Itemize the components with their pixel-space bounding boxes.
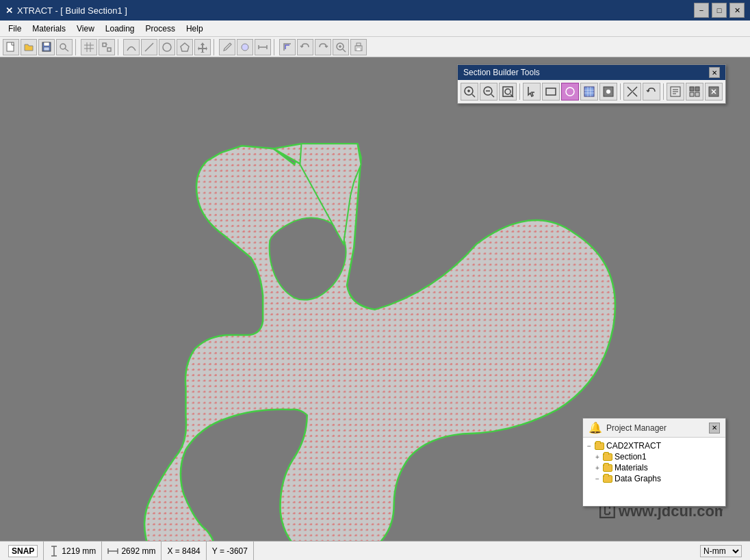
svg-point-40 — [505, 89, 510, 94]
svg-line-53 — [633, 92, 637, 96]
svg-rect-27 — [357, 48, 361, 51]
minimize-button[interactable]: − — [694, 3, 709, 18]
svg-line-13 — [145, 43, 153, 51]
svg-point-50 — [606, 90, 610, 94]
sbp-zoom-fit[interactable] — [499, 83, 517, 101]
sbp-close-button[interactable]: ✕ — [709, 67, 720, 78]
pm-label-data-graphs: Data Graphs — [615, 474, 661, 483]
folder-icon-materials — [603, 464, 612, 472]
tb-print[interactable] — [350, 39, 367, 55]
menu-loading[interactable]: Loading — [100, 23, 140, 35]
sbp-grid-pattern[interactable] — [580, 83, 598, 101]
tb-circle2[interactable] — [237, 39, 253, 55]
menu-file[interactable]: File — [3, 23, 27, 35]
width-segment: 2692 mm — [102, 542, 161, 560]
sbp-title: Section Builder Tools — [463, 68, 540, 77]
expand-materials[interactable]: + — [594, 464, 601, 472]
tb-open[interactable] — [21, 39, 37, 55]
svg-rect-10 — [103, 43, 106, 46]
svg-rect-59 — [695, 87, 699, 91]
title-bar-controls: − □ ✕ — [694, 3, 745, 18]
svg-point-17 — [242, 44, 248, 51]
tb-grid[interactable] — [81, 39, 97, 55]
menu-process[interactable]: Process — [140, 23, 181, 35]
workspace[interactable]: × Section Builder Tools ✕ — [0, 57, 750, 541]
svg-marker-15 — [181, 43, 189, 51]
title-bar: ✕ XTRACT - [ Build Section1 ] − □ ✕ — [0, 0, 750, 21]
tb-circle[interactable] — [159, 39, 175, 55]
pm-title: Project Manager — [606, 423, 667, 433]
svg-marker-16 — [198, 42, 207, 53]
sbp-draw-circle[interactable] — [561, 83, 579, 101]
sbp-settings[interactable] — [686, 83, 703, 101]
status-bar: SNAP 1219 mm 2692 mm X = 8484 Y = -3607 … — [0, 541, 750, 560]
sbp-undo[interactable] — [643, 83, 660, 101]
sbp-export[interactable] — [705, 83, 723, 101]
height-icon — [49, 546, 59, 557]
svg-point-14 — [163, 43, 171, 51]
snap-segment: SNAP — [3, 542, 44, 560]
y-coord: Y = -3607 — [212, 546, 248, 556]
svg-rect-0 — [7, 42, 14, 51]
svg-line-52 — [628, 87, 632, 91]
units-dropdown[interactable]: N-mm N-m kN-mm kip-in — [700, 545, 742, 557]
sbp-trim[interactable] — [623, 83, 641, 101]
folder-icon-data-graphs — [603, 475, 612, 483]
section-builder-panel: Section Builder Tools ✕ — [457, 64, 726, 104]
menu-view[interactable]: View — [71, 23, 100, 35]
pm-item-cad2xtract[interactable]: − CAD2XTRACT — [586, 440, 723, 451]
sbp-select[interactable] — [523, 83, 541, 101]
tb-polygon[interactable] — [177, 39, 193, 55]
units-segment: N-mm N-m kN-mm kip-in — [695, 542, 747, 560]
menu-materials[interactable]: Materials — [27, 23, 71, 35]
svg-point-43 — [566, 88, 574, 96]
sbp-draw-rect[interactable] — [542, 83, 560, 101]
pm-item-data-graphs[interactable]: − Data Graphs — [594, 473, 723, 484]
tb-offset[interactable] — [279, 39, 296, 55]
app-title: XTRACT - [ Build Section1 ] — [17, 5, 127, 16]
x-coord: X = 8484 — [167, 546, 200, 556]
folder-icon-section1 — [603, 453, 612, 461]
tb-snap[interactable] — [99, 39, 115, 55]
tb-move[interactable] — [194, 39, 211, 55]
tb-arc[interactable] — [123, 39, 140, 55]
pm-body: − CAD2XTRACT + Section1 + Materials − Da… — [583, 438, 725, 506]
app-logo: ✕ — [5, 5, 13, 16]
svg-rect-3 — [44, 47, 49, 51]
folder-icon-cad2xtract — [595, 442, 604, 450]
tb-pencil[interactable] — [219, 39, 235, 55]
main-toolbar — [0, 37, 750, 57]
x-coord-segment: X = 8484 — [161, 542, 206, 560]
tb-measure[interactable] — [255, 39, 271, 55]
menu-bar: File Materials View Loading Process Help — [0, 21, 750, 37]
tb-key[interactable] — [56, 39, 73, 55]
sbp-properties[interactable] — [667, 83, 684, 101]
pm-item-section1[interactable]: + Section1 — [594, 451, 723, 462]
close-button[interactable]: ✕ — [729, 3, 745, 18]
tb-new[interactable] — [3, 39, 19, 55]
expand-section1[interactable]: + — [594, 453, 601, 461]
tb-save[interactable] — [38, 39, 55, 55]
pm-item-materials[interactable]: + Materials — [594, 462, 723, 473]
height-segment: 1219 mm — [44, 542, 102, 560]
svg-rect-42 — [546, 88, 556, 95]
pm-label-cad2xtract: CAD2XTRACT — [606, 441, 661, 451]
restore-button[interactable]: □ — [712, 3, 727, 18]
tb-undo[interactable] — [297, 39, 313, 55]
tb-line[interactable] — [141, 39, 157, 55]
sbp-zoom-out[interactable] — [480, 83, 497, 101]
svg-line-35 — [472, 94, 475, 97]
sbp-fill[interactable] — [599, 83, 617, 101]
tb-redo[interactable] — [315, 39, 331, 55]
svg-line-22 — [343, 49, 346, 52]
tb-zoomin[interactable] — [333, 39, 349, 55]
sbp-zoom-in[interactable] — [461, 83, 478, 101]
svg-rect-26 — [357, 43, 361, 46]
menu-help[interactable]: Help — [181, 23, 209, 35]
svg-rect-11 — [107, 48, 111, 51]
expand-data-graphs[interactable]: − — [594, 475, 601, 483]
pm-label-materials: Materials — [615, 463, 648, 472]
expand-cad2xtract[interactable]: − — [586, 442, 593, 450]
pm-header: 🔔 Project Manager ✕ — [583, 418, 725, 438]
pm-close-button[interactable]: ✕ — [709, 423, 720, 434]
